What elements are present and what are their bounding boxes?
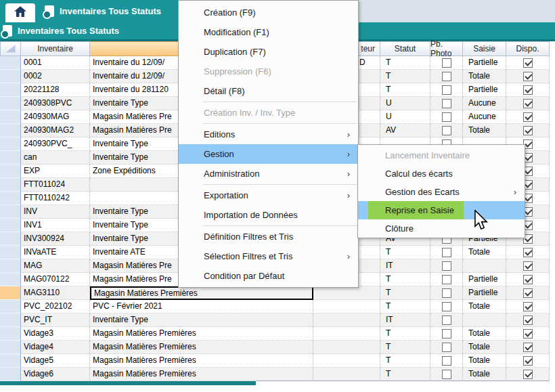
row-selector[interactable]	[0, 286, 21, 300]
cell-pb-photo[interactable]	[430, 56, 463, 70]
cell-statut[interactable]: T	[380, 354, 430, 368]
pb-photo-checkbox[interactable]	[442, 356, 451, 366]
cell-dispo[interactable]	[506, 83, 550, 97]
cell-inventaire[interactable]: MAG070122	[21, 273, 90, 286]
cell-statut[interactable]: U	[380, 110, 430, 124]
cell-statut[interactable]: T	[380, 56, 430, 70]
cell-saisie[interactable]: Partielle	[463, 286, 506, 300]
row-selector[interactable]	[0, 246, 21, 259]
dispo-checkbox[interactable]	[523, 356, 533, 366]
cell-dispo[interactable]	[506, 300, 550, 313]
tab-inventaires-tous-statuts[interactable]: Inventaires Tous Statuts	[38, 0, 168, 22]
column-header-dispo[interactable]: Dispo.	[506, 41, 550, 56]
row-selector[interactable]	[0, 192, 21, 205]
cell-statut[interactable]: T	[380, 327, 430, 341]
cell-pb-photo[interactable]	[430, 70, 463, 83]
cell-inventaire[interactable]: 20221128	[21, 83, 90, 97]
cell-designation[interactable]: Magasin Matières Premières	[90, 368, 313, 381]
column-header-inventaire[interactable]: Inventaire	[21, 41, 90, 56]
submenu-item-gestion-des-ecarts[interactable]: Gestion des Ecarts ›	[358, 183, 525, 201]
pb-photo-checkbox[interactable]	[442, 126, 451, 135]
dispo-checkbox[interactable]	[523, 315, 533, 325]
menu-item-editions[interactable]: Editions ›	[179, 125, 358, 144]
table-row[interactable]: MAG3110 Magasin Matières Premières T Par…	[0, 286, 550, 300]
row-selector[interactable]	[0, 354, 21, 368]
cell-inventaire[interactable]: Vidage4	[21, 341, 90, 354]
submenu-item-cloture[interactable]: Clôture	[358, 219, 525, 238]
menu-item-exportation[interactable]: Exportation ›	[179, 186, 358, 205]
cell-inventaire[interactable]: Vidage3	[21, 327, 90, 341]
cell-inventaire[interactable]: FTT011024	[21, 178, 90, 192]
cell-operateur[interactable]	[313, 327, 380, 341]
dispo-checkbox[interactable]	[523, 288, 533, 298]
cell-inventaire[interactable]: MAG	[21, 259, 90, 273]
cell-operateur[interactable]	[313, 313, 380, 327]
dispo-checkbox[interactable]	[523, 329, 533, 339]
cell-inventaire[interactable]: INVaATE	[21, 246, 90, 259]
cell-statut[interactable]: T	[380, 273, 430, 286]
cell-inventaire[interactable]: INV300924	[21, 232, 90, 246]
pb-photo-checkbox[interactable]	[442, 315, 451, 325]
cell-inventaire[interactable]: 240930MAG	[21, 110, 90, 124]
cell-saisie[interactable]: Partielle	[463, 56, 506, 70]
row-selector[interactable]	[0, 151, 21, 165]
menu-item-administration[interactable]: Administration ›	[179, 164, 358, 183]
cell-statut[interactable]: T	[380, 83, 430, 97]
row-selector[interactable]	[0, 205, 21, 219]
cell-operateur[interactable]	[313, 286, 380, 300]
cell-inventaire[interactable]: 0002	[21, 70, 90, 83]
cell-saisie[interactable]: Totale	[463, 368, 506, 381]
submenu-item-reprise-en-saisie[interactable]: Reprise en Saisie	[358, 201, 525, 219]
cell-dispo[interactable]	[506, 273, 550, 286]
cell-dispo[interactable]	[506, 341, 550, 354]
cell-pb-photo[interactable]	[430, 313, 463, 327]
dispo-checkbox[interactable]	[523, 275, 533, 284]
dispo-checkbox[interactable]	[523, 99, 533, 108]
pb-photo-checkbox[interactable]	[442, 112, 451, 122]
select-all-corner[interactable]	[0, 41, 21, 56]
cell-inventaire[interactable]: 240930MAG2	[21, 124, 90, 137]
cell-dispo[interactable]	[506, 327, 550, 341]
cell-inventaire[interactable]: can	[21, 151, 90, 165]
menu-item-duplication[interactable]: Duplication (F7)	[179, 42, 358, 62]
row-selector[interactable]	[0, 273, 21, 286]
row-selector[interactable]	[0, 259, 21, 273]
cell-dispo[interactable]	[506, 313, 550, 327]
cell-statut[interactable]: IT	[380, 313, 430, 327]
table-row[interactable]: PVC_202102 PVC - Février 2021 T Totale	[0, 300, 550, 313]
cell-pb-photo[interactable]	[430, 124, 463, 137]
menu-item-importation-donnees[interactable]: Importation de Données	[179, 205, 358, 225]
cell-dispo[interactable]	[506, 368, 550, 381]
row-selector[interactable]	[0, 83, 21, 97]
cell-pb-photo[interactable]	[430, 354, 463, 368]
cell-inventaire[interactable]: MAG3110	[21, 286, 90, 300]
cell-dispo[interactable]	[506, 286, 550, 300]
dispo-checkbox[interactable]	[523, 302, 533, 311]
cell-statut[interactable]: T	[380, 341, 430, 354]
cell-inventaire[interactable]: INV1	[21, 219, 90, 232]
cell-dispo[interactable]	[506, 56, 550, 70]
cell-pb-photo[interactable]	[430, 246, 463, 259]
cell-dispo[interactable]	[506, 110, 550, 124]
cell-statut[interactable]: U	[380, 97, 430, 110]
cell-designation[interactable]: PVC - Février 2021	[90, 300, 313, 313]
row-selector[interactable]	[0, 313, 21, 327]
cell-pb-photo[interactable]	[430, 286, 463, 300]
row-selector[interactable]	[0, 56, 21, 70]
menu-item-modification[interactable]: Modification (F1)	[179, 22, 358, 42]
pb-photo-checkbox[interactable]	[442, 275, 451, 284]
tab-home[interactable]	[5, 3, 35, 22]
cell-pb-photo[interactable]	[430, 110, 463, 124]
menu-item-definition-filtres[interactable]: Définition Filtres et Tris	[179, 227, 358, 246]
submenu-item-calcul-des-ecarts[interactable]: Calcul des écarts	[358, 165, 525, 183]
pb-photo-checkbox[interactable]	[442, 72, 451, 81]
cell-saisie[interactable]: Totale	[463, 354, 506, 368]
cell-pb-photo[interactable]	[430, 341, 463, 354]
table-row[interactable]: Vidage5 Magasin Matières Premières T Tot…	[0, 354, 550, 368]
cell-pb-photo[interactable]	[430, 273, 463, 286]
cell-operateur[interactable]	[313, 341, 380, 354]
cell-saisie[interactable]: Totale	[463, 300, 506, 313]
cell-designation[interactable]: Magasin Matières Premières	[90, 286, 313, 300]
cell-statut[interactable]: AV	[380, 124, 430, 137]
menu-item-condition-defaut[interactable]: Condition par Défaut	[179, 266, 358, 286]
